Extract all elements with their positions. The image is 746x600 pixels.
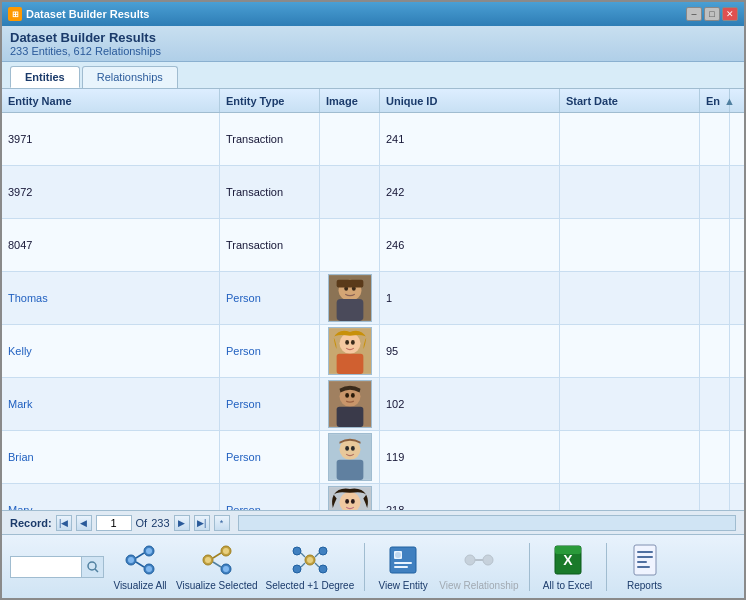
svg-line-41	[213, 562, 221, 567]
view-entity-button[interactable]: View Entity	[375, 542, 431, 591]
entity-link[interactable]: Brian	[8, 451, 34, 463]
reports-label: Reports	[627, 580, 662, 591]
svg-rect-58	[394, 566, 408, 568]
maximize-button[interactable]: □	[704, 7, 720, 21]
reports-button[interactable]: Reports	[617, 542, 673, 591]
cell-image	[320, 325, 380, 377]
visualize-all-button[interactable]: Visualize All	[112, 542, 168, 591]
svg-point-59	[395, 552, 401, 558]
svg-rect-69	[637, 561, 647, 563]
svg-line-33	[136, 562, 144, 567]
tab-relationships[interactable]: Relationships	[82, 66, 178, 88]
next-record-button[interactable]: ▶	[174, 515, 190, 531]
cell-unique-id: 95	[380, 325, 560, 377]
first-record-button[interactable]: |◀	[56, 515, 72, 531]
svg-rect-70	[637, 566, 650, 568]
cell-unique-id: 246	[380, 219, 560, 271]
cell-entity-type: Person	[220, 272, 320, 324]
search-button[interactable]	[81, 557, 103, 577]
svg-rect-65	[555, 546, 581, 554]
svg-line-28	[95, 569, 98, 572]
cell-entity-type: Transaction	[220, 166, 320, 218]
app-icon: ⊞	[8, 7, 22, 21]
person-photo	[328, 380, 372, 428]
table-row: 3971 Transaction 241	[2, 113, 744, 166]
table-row: Brian Person	[2, 431, 744, 484]
col-end: En ▲	[700, 89, 730, 112]
table-row: 8047 Transaction 246	[2, 219, 744, 272]
entity-link[interactable]: Kelly	[8, 345, 32, 357]
title-controls: – □ ✕	[686, 7, 738, 21]
svg-point-54	[307, 557, 313, 563]
person-photo	[328, 274, 372, 322]
svg-point-16	[350, 393, 354, 398]
record-of-label: Of	[136, 517, 148, 529]
cell-end	[700, 325, 730, 377]
cell-image	[320, 484, 380, 510]
view-relationship-label: View Relationship	[439, 580, 518, 591]
cell-unique-id: 102	[380, 378, 560, 430]
toolbar-separator-3	[606, 543, 607, 591]
search-input[interactable]	[11, 557, 81, 577]
view-entity-icon	[383, 542, 423, 578]
svg-point-10	[345, 340, 349, 345]
svg-point-42	[205, 557, 211, 563]
cell-unique-id: 119	[380, 431, 560, 483]
cell-image	[320, 431, 380, 483]
cell-entity-name: Kelly	[2, 325, 220, 377]
entity-link[interactable]: Thomas	[8, 292, 48, 304]
search-box	[10, 556, 104, 578]
new-record-button[interactable]: *	[214, 515, 230, 531]
svg-rect-68	[637, 556, 653, 558]
cell-entity-type: Person	[220, 325, 320, 377]
tab-entities[interactable]: Entities	[10, 66, 80, 88]
cell-unique-id: 1	[380, 272, 560, 324]
col-entity-type: Entity Type	[220, 89, 320, 112]
all-to-excel-label: All to Excel	[543, 580, 592, 591]
svg-rect-19	[336, 460, 363, 480]
selected-plus1-button[interactable]: Selected +1 Degree	[266, 542, 355, 591]
visualize-all-label: Visualize All	[113, 580, 166, 591]
all-to-excel-button[interactable]: X All to Excel	[540, 542, 596, 591]
cell-entity-type: Transaction	[220, 219, 320, 271]
cell-end	[700, 272, 730, 324]
entity-link[interactable]: Mark	[8, 398, 32, 410]
svg-point-11	[350, 340, 354, 345]
svg-point-20	[345, 446, 349, 451]
view-relationship-icon	[459, 542, 499, 578]
close-button[interactable]: ✕	[722, 7, 738, 21]
toolbar: Visualize All Visualize Selected	[2, 534, 744, 598]
visualize-selected-button[interactable]: Visualize Selected	[176, 542, 258, 591]
cell-image	[320, 378, 380, 430]
view-relationship-button[interactable]: View Relationship	[439, 542, 518, 591]
horizontal-scrollbar[interactable]	[238, 515, 736, 531]
minimize-button[interactable]: –	[686, 7, 702, 21]
search-icon	[87, 561, 99, 573]
cell-image	[320, 166, 380, 218]
person-photo	[328, 327, 372, 375]
cell-start-date	[560, 431, 700, 483]
table-header: Entity Name Entity Type Image Unique ID …	[2, 89, 744, 113]
svg-point-26	[350, 499, 354, 504]
cell-entity-name: Thomas	[2, 272, 220, 324]
all-to-excel-icon: X	[548, 542, 588, 578]
last-record-button[interactable]: ▶|	[194, 515, 210, 531]
record-number-input[interactable]	[96, 515, 132, 531]
svg-rect-55	[390, 547, 416, 573]
visualize-selected-icon	[197, 542, 237, 578]
svg-rect-6	[336, 280, 363, 288]
table-row: Thomas Person	[2, 272, 744, 325]
svg-point-48	[293, 565, 301, 573]
cell-entity-name: Mark	[2, 378, 220, 430]
cell-entity-name: 3972	[2, 166, 220, 218]
svg-line-32	[136, 553, 144, 558]
cell-image	[320, 219, 380, 271]
table-row: Kelly Person	[2, 325, 744, 378]
svg-point-15	[345, 393, 349, 398]
svg-point-21	[350, 446, 354, 451]
svg-point-49	[319, 565, 327, 573]
cell-start-date	[560, 325, 700, 377]
svg-point-44	[223, 566, 229, 572]
svg-rect-57	[394, 562, 412, 564]
prev-record-button[interactable]: ◀	[76, 515, 92, 531]
